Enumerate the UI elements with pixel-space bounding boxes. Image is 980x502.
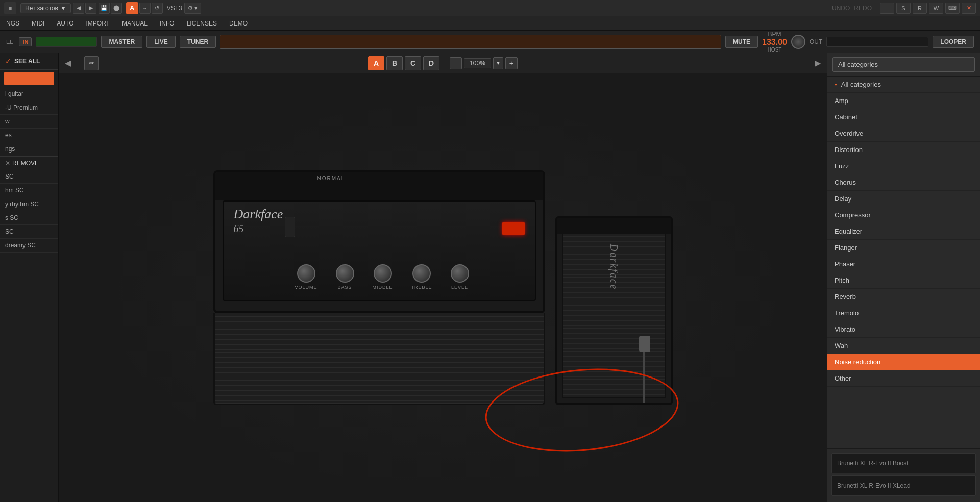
category-label: Tremolo <box>835 309 859 317</box>
level-knob[interactable] <box>451 264 469 283</box>
list-item[interactable]: ngs <box>0 142 58 156</box>
preset-nav-left-button[interactable]: ◀ <box>65 58 71 68</box>
window-minimize-button[interactable]: — <box>880 3 894 14</box>
list-item[interactable]: SC <box>0 170 58 184</box>
check-icon: ✓ <box>5 57 11 65</box>
output-knob[interactable] <box>791 35 805 49</box>
input-label: EL <box>6 39 13 45</box>
nav-prev-button[interactable]: ◀ <box>73 3 84 14</box>
preset-tab-group: A B C D <box>368 56 439 70</box>
menu-item-midi[interactable]: MIDI <box>30 18 46 29</box>
power-led[interactable] <box>502 222 525 235</box>
looper-button[interactable]: LOOPER <box>933 36 974 48</box>
preset-tab-a[interactable]: A <box>368 56 384 70</box>
window-keyboard-button[interactable]: ⌨ <box>945 3 960 14</box>
bass-knob[interactable] <box>336 264 354 283</box>
master-button[interactable]: MASTER <box>101 36 142 48</box>
redo-label[interactable]: REDO <box>854 5 872 12</box>
preset-tab-d[interactable]: D <box>423 56 439 70</box>
preset-thumb-item[interactable]: Brunetti XL R-Evo II XLead <box>831 475 976 496</box>
list-item[interactable]: -U Premium <box>0 101 58 115</box>
menu-item-licenses[interactable]: LICENSES <box>185 18 219 29</box>
list-item[interactable]: s SC <box>0 211 58 225</box>
category-item-overdrive[interactable]: Overdrive <box>827 126 980 142</box>
category-item-flanger[interactable]: Flanger <box>827 240 980 256</box>
zoom-minus-button[interactable]: – <box>450 57 462 69</box>
settings-button[interactable]: ⚙ ▾ <box>184 3 201 14</box>
a-preset-badge[interactable]: A <box>126 2 138 14</box>
see-all-item[interactable]: ✓ SEE ALL <box>0 53 58 70</box>
record-stop-button[interactable]: ⬤ <box>111 3 122 14</box>
list-item[interactable]: l guitar <box>0 87 58 101</box>
undo-title-button[interactable]: ↺ <box>152 3 163 14</box>
category-item-wah[interactable]: Wah <box>827 338 980 354</box>
panel-header: All categories <box>827 53 980 77</box>
window-close-button[interactable]: ✕ <box>962 3 976 14</box>
vst3-label: VST3 <box>167 5 182 12</box>
erase-tool-button[interactable]: ✏ <box>84 56 99 70</box>
active-preset-bar[interactable] <box>4 72 54 85</box>
category-label: Amp <box>835 97 848 105</box>
category-label: Distortion <box>835 146 863 154</box>
category-item-distortion[interactable]: Distortion <box>827 142 980 158</box>
middle-label: MIDDLE <box>373 285 393 290</box>
list-item[interactable]: y rhythm SC <box>0 197 58 211</box>
window-w-button[interactable]: W <box>929 3 943 14</box>
category-item-delay[interactable]: Delay <box>827 191 980 207</box>
middle-knob-group: MIDDLE <box>373 264 393 290</box>
output-level-meter <box>826 37 928 47</box>
category-item-all[interactable]: ● All categories <box>827 77 980 93</box>
category-item-amp[interactable]: Amp <box>827 93 980 109</box>
cab-top-strip <box>557 218 671 234</box>
category-item-tremolo[interactable]: Tremolo <box>827 305 980 321</box>
window-s-button[interactable]: S <box>896 3 911 14</box>
tuner-button[interactable]: TUNER <box>180 36 216 48</box>
treble-knob[interactable] <box>412 264 431 283</box>
remove-button[interactable]: ✕ REMOVE <box>0 156 58 170</box>
category-item-compressor[interactable]: Compressor <box>827 207 980 223</box>
category-item-vibrato[interactable]: Vibrato <box>827 321 980 338</box>
list-item[interactable]: dreamy SC <box>0 239 58 253</box>
window-r-button[interactable]: R <box>913 3 927 14</box>
category-item-pitch[interactable]: Pitch <box>827 272 980 289</box>
list-item[interactable]: es <box>0 129 58 142</box>
zoom-dropdown-button[interactable]: ▼ <box>493 57 503 69</box>
preset-thumb-item[interactable]: Brunetti XL R-Evo II Boost <box>831 453 976 473</box>
category-item-other[interactable]: Other <box>827 370 980 387</box>
preset-selector[interactable]: Нет заготов ▼ <box>20 3 71 13</box>
menu-item-ngs[interactable]: NGS <box>4 18 21 29</box>
category-item-noise-reduction[interactable]: Noise reduction <box>827 354 980 370</box>
preset-thumb-label: Brunetti XL R-Evo II XLead <box>837 482 911 489</box>
category-item-fuzz[interactable]: Fuzz <box>827 158 980 174</box>
menu-item-import[interactable]: IMPORT <box>84 18 111 29</box>
preset-tab-c[interactable]: C <box>405 56 421 70</box>
category-item-equalizer[interactable]: Equalizer <box>827 223 980 240</box>
app-logo: ≡ <box>4 2 16 14</box>
list-item[interactable]: w <box>0 115 58 129</box>
bass-knob-group: BASS <box>336 264 354 290</box>
zoom-display: 100% <box>464 58 491 68</box>
undo-label[interactable]: UNDO <box>832 5 850 12</box>
bright-switch[interactable] <box>285 217 295 237</box>
menu-item-manual[interactable]: MANUAL <box>120 18 150 29</box>
save-button[interactable]: 💾 <box>99 3 110 14</box>
category-dropdown[interactable]: All categories <box>832 57 975 72</box>
volume-knob[interactable] <box>297 264 315 283</box>
category-item-reverb[interactable]: Reverb <box>827 289 980 305</box>
menu-item-info[interactable]: INFO <box>158 18 177 29</box>
zoom-plus-button[interactable]: + <box>505 57 518 69</box>
list-item[interactable]: hm SC <box>0 184 58 197</box>
nav-next-button[interactable]: ▶ <box>85 3 96 14</box>
category-item-cabinet[interactable]: Cabinet <box>827 109 980 126</box>
preset-tab-b[interactable]: B <box>386 56 403 70</box>
preset-nav-right-button[interactable]: ▶ <box>815 58 821 68</box>
mute-button[interactable]: MUTE <box>725 36 758 48</box>
forward-button[interactable]: → <box>139 3 151 14</box>
menu-item-demo[interactable]: DEMO <box>227 18 250 29</box>
menu-item-auto[interactable]: AUTO <box>55 18 76 29</box>
category-item-chorus[interactable]: Chorus <box>827 174 980 191</box>
category-item-phaser[interactable]: Phaser <box>827 256 980 272</box>
live-button[interactable]: LIVE <box>146 36 176 48</box>
list-item[interactable]: SC <box>0 225 58 239</box>
middle-knob[interactable] <box>374 264 392 283</box>
